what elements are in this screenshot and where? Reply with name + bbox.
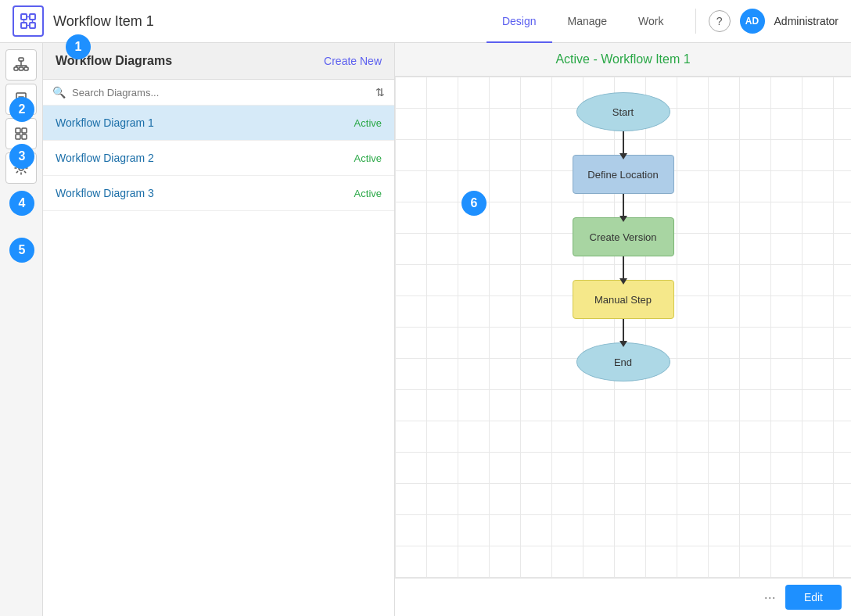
svg-rect-2 (21, 23, 27, 28)
main-container: 1 2 3 4 5 6 Workflow Item 1 Design Manag… (0, 0, 851, 616)
nav-design[interactable]: Design (487, 1, 552, 44)
node-start: Start (576, 92, 670, 131)
badge-4: 4 (9, 191, 34, 216)
diagram-footer: ··· Edit (395, 578, 851, 616)
diagram-list: Workflow Diagram 1 Active Workflow Diagr… (43, 106, 394, 616)
nav-work[interactable]: Work (623, 1, 679, 44)
svg-rect-5 (14, 67, 18, 70)
create-new-button[interactable]: Create New (324, 55, 382, 67)
badge-3: 3 (9, 144, 34, 169)
svg-rect-3 (30, 23, 35, 28)
diagram-view-title: Active - Workflow Item 1 (395, 43, 851, 77)
admin-name: Administrator (774, 15, 838, 27)
arrow-3 (623, 256, 624, 280)
app-logo[interactable] (13, 5, 44, 37)
badge-5: 5 (9, 238, 34, 263)
sidebar-icon-hierarchy[interactable] (5, 49, 37, 81)
arrow-4 (623, 319, 624, 342)
diagram-main: Active - Workflow Item 1 Start Define Lo… (395, 43, 851, 616)
search-bar: 🔍 ⇅ (43, 80, 394, 106)
diagram-item-2[interactable]: Workflow Diagram 2 Active (43, 141, 394, 176)
arrow-2 (623, 194, 624, 217)
sort-icon[interactable]: ⇅ (375, 86, 385, 98)
svg-rect-0 (21, 14, 27, 20)
svg-rect-11 (16, 134, 20, 139)
help-button[interactable]: ? (709, 10, 731, 32)
svg-rect-1 (30, 14, 35, 20)
topbar-nav: Design Manage Work (487, 0, 680, 43)
icon-sidebar (0, 43, 43, 616)
diagram-panel: Workflow Diagrams Create New 🔍 ⇅ Workflo… (43, 43, 395, 616)
search-input[interactable] (72, 87, 369, 98)
diagram-panel-header: Workflow Diagrams Create New (43, 43, 394, 80)
svg-rect-4 (19, 58, 23, 61)
topbar-right: ? AD Administrator (695, 9, 838, 34)
svg-rect-9 (16, 128, 20, 133)
edit-button[interactable]: Edit (785, 585, 842, 610)
svg-rect-7 (24, 67, 28, 70)
search-icon: 🔍 (52, 86, 66, 98)
avatar: AD (740, 9, 765, 34)
diagram-canvas[interactable]: Start Define Location Create Version Man… (395, 77, 851, 578)
diagram-item-1[interactable]: Workflow Diagram 1 Active (43, 106, 394, 141)
badge-6: 6 (461, 191, 487, 216)
svg-rect-6 (20, 67, 23, 70)
diagram-item-3[interactable]: Workflow Diagram 3 Active (43, 176, 394, 211)
page-title: Workflow Item 1 (53, 13, 487, 30)
svg-rect-12 (22, 134, 27, 139)
node-create-version: Create Version (573, 217, 674, 256)
node-end: End (576, 342, 670, 381)
nav-manage[interactable]: Manage (552, 1, 623, 44)
flowchart: Start Define Location Create Version Man… (573, 92, 674, 389)
topbar: Workflow Item 1 Design Manage Work ? AD … (0, 0, 851, 43)
badge-2: 2 (9, 97, 34, 122)
node-define-location: Define Location (573, 155, 674, 194)
node-manual-step: Manual Step (573, 280, 674, 319)
arrow-1 (623, 131, 624, 155)
more-options-button[interactable]: ··· (764, 589, 776, 606)
content-area: Workflow Diagrams Create New 🔍 ⇅ Workflo… (0, 43, 851, 616)
badge-1: 1 (66, 34, 91, 59)
svg-rect-10 (22, 128, 27, 133)
